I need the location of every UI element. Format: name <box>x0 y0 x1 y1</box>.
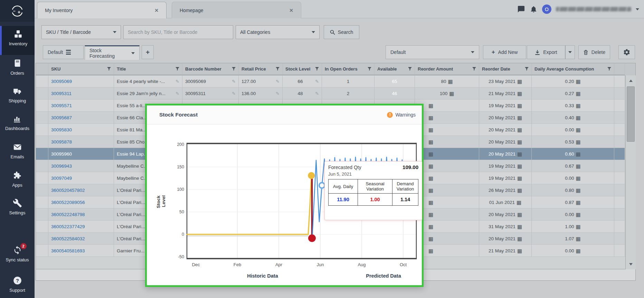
row-select-cell[interactable] <box>36 221 48 233</box>
search-input[interactable] <box>128 29 229 35</box>
column-header-retail-price[interactable]: Retail Price <box>239 63 283 75</box>
row-select-cell[interactable] <box>36 184 48 196</box>
edit-pencil-icon[interactable]: ✎ <box>176 79 179 84</box>
view-preset-select[interactable]: Default <box>386 45 479 59</box>
sidebar-item-apps[interactable]: Apps <box>0 167 35 188</box>
edit-pencil-icon[interactable]: ✎ <box>176 91 179 96</box>
sidebar-item-dashboards[interactable]: Dashboards <box>0 111 35 131</box>
column-header-stock-level[interactable]: Stock Level <box>283 63 322 75</box>
grid-edit-icon[interactable]: ▦ <box>428 103 433 108</box>
grid-edit-icon[interactable]: ▦ <box>576 151 581 157</box>
filter-icon[interactable] <box>315 67 319 71</box>
column-header-daily-average-consumption[interactable]: Daily Average Consumption <box>532 63 614 75</box>
category-select[interactable]: All Categories <box>236 25 320 39</box>
sku-link[interactable]: 30095830 <box>51 127 72 132</box>
row-select-cell[interactable] <box>36 233 48 245</box>
sidebar-item-sync-status[interactable]: 2Sync status <box>0 242 35 262</box>
grid-edit-icon[interactable]: ▦ <box>428 164 433 169</box>
column-header-sku[interactable]: SKU <box>48 63 114 75</box>
grid-edit-icon[interactable]: ▦ <box>576 115 581 120</box>
grid-edit-icon[interactable]: ▦ <box>517 164 522 169</box>
edit-pencil-icon[interactable]: ✎ <box>315 79 319 84</box>
user-avatar[interactable]: O <box>542 4 551 14</box>
edit-pencil-icon[interactable]: ✎ <box>315 91 319 96</box>
chat-icon[interactable] <box>517 5 525 13</box>
add-view-tab-button[interactable]: + <box>142 45 154 59</box>
table-row[interactable]: 30095069Essie 4 pearly white -...✎300950… <box>36 75 635 87</box>
sidebar-item-inventory[interactable]: Inventory <box>0 26 35 55</box>
grid-edit-icon[interactable]: ▦ <box>517 236 522 241</box>
sku-link[interactable]: 30095069 <box>51 79 72 84</box>
grid-edit-icon[interactable]: ▦ <box>428 127 433 132</box>
table-row[interactable]: 30095311Essie 29 Jam'n jelly n...✎300953… <box>36 87 635 100</box>
grid-edit-icon[interactable]: ▦ <box>428 115 433 120</box>
row-select-cell[interactable] <box>36 148 48 160</box>
grid-edit-icon[interactable]: ▦ <box>428 176 433 181</box>
row-select-cell[interactable] <box>36 196 48 208</box>
grid-edit-icon[interactable]: ▦ <box>576 200 581 205</box>
sidebar-item-emails[interactable]: Emails <box>0 139 35 159</box>
row-select-cell[interactable] <box>36 100 48 112</box>
row-select-cell[interactable] <box>36 124 48 136</box>
edit-pencil-icon[interactable]: ✎ <box>232 91 236 96</box>
row-select-cell[interactable] <box>36 160 48 172</box>
grid-edit-icon[interactable]: ▦ <box>428 139 433 145</box>
forecast-point-marker[interactable] <box>319 183 325 188</box>
edit-pencil-icon[interactable]: ✎ <box>276 79 280 84</box>
table-settings-button[interactable] <box>618 45 635 59</box>
sku-link[interactable]: 30095960 <box>51 151 72 157</box>
filter-icon[interactable] <box>607 67 611 71</box>
app-logo-icon[interactable]: − + <box>0 0 35 22</box>
grid-edit-icon[interactable]: ▦ <box>517 103 522 108</box>
scroll-up-button[interactable] <box>626 75 636 86</box>
grid-edit-icon[interactable]: ▦ <box>428 248 433 253</box>
row-select-cell[interactable] <box>36 245 48 257</box>
edit-pencil-icon[interactable]: ✎ <box>276 91 280 96</box>
column-header-in-open-orders[interactable]: In Open Orders <box>322 63 375 75</box>
vertical-scrollbar[interactable] <box>625 75 636 269</box>
add-new-button[interactable]: + Add New <box>483 45 526 59</box>
grid-edit-icon[interactable]: ▦ <box>576 236 581 241</box>
scrollbar-thumb[interactable] <box>627 86 635 142</box>
grid-edit-icon[interactable]: ▦ <box>576 212 581 217</box>
grid-edit-icon[interactable]: ▦ <box>517 79 522 84</box>
view-tab-stock-forecasting[interactable]: Stock Forecasting <box>85 45 140 60</box>
filter-icon[interactable] <box>176 67 179 71</box>
sidebar-item-shipping[interactable]: Shipping <box>0 83 35 103</box>
row-select-cell[interactable] <box>36 136 48 148</box>
grid-edit-icon[interactable]: ▦ <box>428 236 433 241</box>
grid-edit-icon[interactable]: ▦ <box>576 224 581 229</box>
column-header-barcode-number[interactable]: Barcode Number <box>182 63 239 75</box>
grid-edit-icon[interactable]: ▦ <box>428 188 433 193</box>
grid-edit-icon[interactable]: ▦ <box>448 79 453 84</box>
grid-edit-icon[interactable]: ▦ <box>517 151 522 157</box>
filter-icon[interactable] <box>472 67 476 71</box>
grid-edit-icon[interactable]: ▦ <box>576 139 581 145</box>
grid-edit-icon[interactable]: ▦ <box>449 91 454 96</box>
sku-link[interactable]: 3600522089056 <box>51 200 85 205</box>
filter-icon[interactable] <box>408 67 412 71</box>
grid-edit-icon[interactable]: ▦ <box>517 200 521 205</box>
scroll-down-button[interactable] <box>626 259 636 269</box>
user-menu-chevron-icon[interactable] <box>636 8 639 10</box>
export-dropdown-button[interactable] <box>565 45 575 59</box>
sku-link[interactable]: 3600522248798 <box>51 212 85 217</box>
sku-link[interactable]: 3600540581693 <box>51 248 85 253</box>
column-header-reorder-amount[interactable]: Reorder Amount <box>415 63 479 75</box>
row-select-cell[interactable] <box>36 172 48 184</box>
delete-button[interactable]: Delete <box>578 45 610 59</box>
sku-link[interactable]: 30095687 <box>51 115 72 120</box>
row-select-cell[interactable] <box>36 112 48 124</box>
grid-edit-icon[interactable]: ▦ <box>576 127 581 132</box>
sku-link[interactable]: 30096943 <box>51 164 72 169</box>
view-tab-default[interactable]: Default <box>43 45 84 59</box>
export-button[interactable]: Export <box>527 45 565 59</box>
close-icon[interactable]: ✕ <box>289 8 293 13</box>
close-icon[interactable]: ✕ <box>154 8 159 13</box>
filter-icon[interactable] <box>368 67 371 71</box>
search-button[interactable]: Search <box>324 25 359 39</box>
sidebar-item-orders[interactable]: Orders <box>0 55 35 76</box>
grid-edit-icon[interactable]: ▦ <box>576 248 581 253</box>
grid-edit-icon[interactable]: ▦ <box>517 139 522 145</box>
warnings-button[interactable]: ! Warnings <box>387 112 416 118</box>
